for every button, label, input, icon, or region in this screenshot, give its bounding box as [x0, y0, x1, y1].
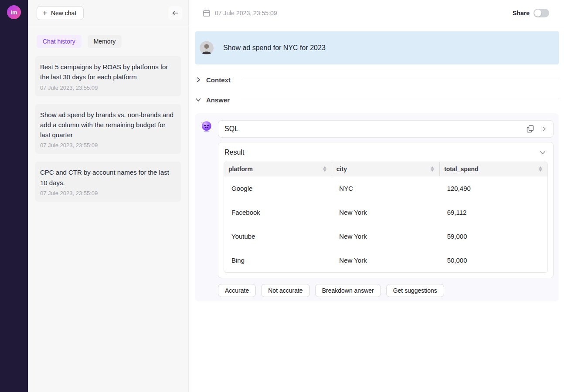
table-row: GoogleNYC120,490	[224, 176, 547, 201]
table-row: FacebookNew York69,112	[224, 200, 547, 224]
expand-sql-button[interactable]	[541, 126, 547, 132]
chat-history-list: Best 5 campaigns by ROAS by platforms fo…	[35, 56, 181, 202]
user-message-bubble: Show ad spend for NYC for 2023	[195, 31, 559, 64]
table-cell: Youtube	[224, 224, 332, 248]
result-table: platformcitytotal_spend GoogleNYC120,490…	[224, 162, 547, 272]
chat-history-item-title: Show ad spend by brands vs. non-brands a…	[40, 110, 175, 140]
column-label: total_spend	[444, 166, 479, 172]
sql-bar-icons	[527, 125, 547, 133]
main-header: 07 Jule 2023, 23:55:09 Share	[189, 0, 564, 26]
answer-section-label: Answer	[206, 96, 230, 104]
share-group: Share	[513, 9, 549, 17]
bot-answer-column: SQL	[218, 120, 554, 278]
user-message-text: Show ad spend for NYC for 2023	[223, 44, 326, 52]
breakdown-answer-button[interactable]: Breakdown answer	[315, 284, 381, 297]
table-cell: Bing	[224, 248, 332, 272]
table-cell: Google	[224, 176, 332, 201]
section-divider	[241, 100, 559, 100]
accurate-button[interactable]: Accurate	[218, 284, 256, 297]
context-section-toggle[interactable]: Context	[195, 75, 559, 84]
get-suggestions-button[interactable]: Get suggestions	[386, 284, 444, 297]
table-cell: New York	[332, 200, 439, 224]
collapse-sidebar-button[interactable]	[168, 6, 182, 20]
chat-timestamp-group: 07 Jule 2023, 23:55:09	[203, 9, 277, 17]
column-header-total_spend[interactable]: total_spend	[440, 162, 547, 176]
result-title: Result	[224, 149, 244, 156]
share-toggle[interactable]	[533, 9, 549, 17]
chevron-right-icon	[541, 126, 547, 132]
column-header-platform[interactable]: platform	[224, 162, 332, 176]
table-row: YoutubeNew York59,000	[224, 224, 547, 248]
context-section-label: Context	[206, 76, 231, 84]
table-row: BingNew York50,000	[224, 248, 547, 272]
table-cell: 59,000	[440, 224, 547, 248]
app-rail: im	[0, 0, 28, 392]
share-label: Share	[513, 10, 530, 17]
sql-bar[interactable]: SQL	[218, 120, 554, 138]
sidebar-header: + New chat	[28, 0, 188, 26]
app-logo-text: im	[10, 9, 17, 16]
answer-card: SQL	[195, 113, 559, 301]
result-panel: Result platformcitytotal_spend GoogleNYC…	[218, 142, 554, 278]
sort-arrows-icon[interactable]	[539, 166, 542, 172]
calendar-icon	[203, 9, 211, 17]
chevron-right-icon	[195, 77, 201, 83]
main-panel: 07 Jule 2023, 23:55:09 Share Show ad spe…	[189, 0, 564, 392]
arrow-left-icon	[171, 9, 179, 17]
column-label: city	[336, 166, 347, 172]
table-cell: Facebook	[224, 200, 332, 224]
chat-history-item-timestamp: 07 Jule 2023, 23:55:09	[40, 84, 175, 91]
chevron-down-icon	[195, 97, 201, 103]
copy-icon	[527, 125, 534, 133]
plus-icon: +	[43, 10, 47, 16]
chat-history-item-timestamp: 07 Jule 2023, 23:55:09	[40, 190, 175, 196]
result-table-wrap: platformcitytotal_spend GoogleNYC120,490…	[224, 162, 548, 273]
sidebar: + New chat Chat history Memory Best 5 ca…	[28, 0, 189, 392]
new-chat-button[interactable]: + New chat	[37, 6, 84, 20]
sidebar-tabs: Chat history Memory	[37, 35, 180, 48]
answer-actions: AccurateNot accurateBreakdown answerGet …	[218, 284, 554, 297]
new-chat-label: New chat	[51, 10, 76, 17]
table-cell: New York	[332, 224, 439, 248]
chat-history-item-timestamp: 07 Jule 2023, 23:55:09	[40, 142, 175, 149]
sort-arrows-icon[interactable]	[323, 166, 326, 172]
chat-history-item-title: CPC and CTR by account names for the las…	[40, 167, 175, 188]
section-divider	[241, 80, 559, 80]
user-avatar	[200, 41, 214, 55]
chat-history-item[interactable]: CPC and CTR by account names for the las…	[35, 162, 181, 202]
sort-arrows-icon[interactable]	[431, 166, 434, 172]
column-label: platform	[228, 166, 253, 172]
chat-history-item[interactable]: Best 5 campaigns by ROAS by platforms fo…	[35, 56, 181, 96]
result-header[interactable]: Result	[224, 148, 548, 162]
chevron-down-icon	[539, 149, 546, 156]
table-cell: NYC	[332, 176, 439, 201]
table-cell: 50,000	[440, 248, 547, 272]
tab-memory[interactable]: Memory	[88, 35, 122, 48]
column-header-city[interactable]: city	[332, 162, 439, 176]
table-cell: 69,112	[440, 200, 547, 224]
answer-section-toggle[interactable]: Answer	[195, 95, 559, 105]
chat-history-item-title: Best 5 campaigns by ROAS by platforms fo…	[40, 62, 175, 82]
share-toggle-knob	[534, 10, 541, 17]
table-cell: New York	[332, 248, 439, 272]
sql-label: SQL	[224, 125, 238, 133]
tab-chat-history[interactable]: Chat history	[37, 35, 82, 48]
app-logo[interactable]: im	[7, 5, 21, 19]
crystal-ball-avatar	[200, 120, 213, 132]
table-cell: 120,490	[440, 176, 547, 201]
chat-content: Show ad spend for NYC for 2023 Context A…	[189, 26, 564, 301]
bot-answer-row: SQL	[200, 120, 554, 278]
chat-history-item[interactable]: Show ad spend by brands vs. non-brands a…	[35, 104, 181, 154]
copy-sql-button[interactable]	[527, 125, 534, 133]
chat-timestamp: 07 Jule 2023, 23:55:09	[215, 10, 277, 17]
not-accurate-button[interactable]: Not accurate	[261, 284, 309, 297]
